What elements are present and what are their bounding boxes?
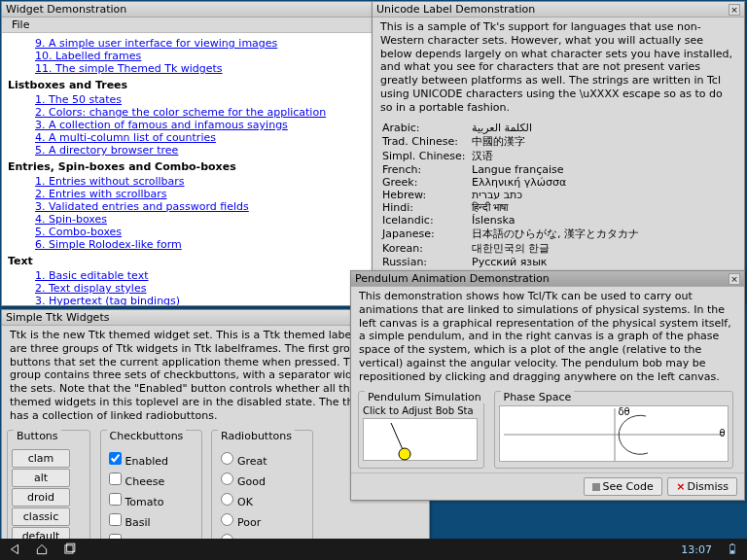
- demo-link[interactable]: 9. A simple user interface for viewing i…: [35, 37, 377, 50]
- demo-link[interactable]: 4. Spin-boxes: [35, 213, 377, 226]
- recent-icon[interactable]: [62, 542, 76, 556]
- svg-rect-8: [730, 550, 734, 553]
- demo-link[interactable]: 2. Text display styles: [35, 282, 377, 295]
- phase-canvas[interactable]: δθ θ: [499, 405, 729, 462]
- phase-group-label: Phase Space: [501, 391, 575, 403]
- lang-label: French:: [382, 163, 472, 176]
- demo-link[interactable]: 4. A multi-column list of countries: [35, 131, 377, 144]
- radio-great[interactable]: Great: [216, 448, 308, 469]
- lang-value: हिन्दी भाषा: [472, 201, 509, 214]
- radio-poor[interactable]: Poor: [216, 509, 308, 530]
- code-icon: [592, 483, 600, 491]
- close-icon[interactable]: ×: [729, 4, 740, 16]
- svg-rect-7: [731, 543, 733, 544]
- unicode-titlebar[interactable]: Unicode Label Demonstration ×: [373, 2, 744, 18]
- widget-demo-titlebar[interactable]: Widget Demonstration: [2, 2, 383, 18]
- lang-value: 日本語のひらがな, 漢字とカタカナ: [472, 227, 639, 241]
- pendulum-window: Pendulum Animation Demonstration × This …: [350, 270, 745, 501]
- lang-label: Simpl. Chinese:: [382, 150, 472, 162]
- close-icon: ×: [676, 480, 685, 493]
- ttk-title: Simple Ttk Widgets: [6, 311, 109, 324]
- lang-value: 中國的漢字: [472, 134, 525, 149]
- checks-group-label: Checkbuttons: [107, 430, 187, 442]
- theme-button-classic[interactable]: classic: [12, 508, 70, 526]
- unicode-title: Unicode Label Demonstration: [376, 3, 535, 16]
- lang-label: Hebrew:: [382, 189, 472, 201]
- radio-good[interactable]: Good: [216, 469, 308, 489]
- lang-label: Russian:: [382, 256, 472, 268]
- demo-link[interactable]: 1. Entries without scrollbars: [35, 175, 377, 188]
- demo-link[interactable]: 3. Hypertext (tag bindings): [35, 295, 377, 305]
- file-menu[interactable]: File: [6, 18, 35, 32]
- demo-link[interactable]: 2. Colors: change the color scheme for t…: [35, 106, 377, 119]
- demo-link[interactable]: 6. Simple Rolodex-like form: [35, 238, 377, 251]
- radio-ok[interactable]: OK: [216, 489, 308, 509]
- android-statusbar: 13:07: [0, 539, 747, 560]
- section-heading: Listboxes and Trees: [8, 79, 377, 91]
- pendulum-canvas[interactable]: [363, 418, 478, 461]
- dismiss-button[interactable]: ×Dismiss: [667, 477, 737, 496]
- lang-value: Langue française: [472, 163, 564, 176]
- theme-button-alt[interactable]: alt: [12, 469, 70, 487]
- back-icon[interactable]: [8, 542, 21, 556]
- simulation-hint: Click to Adjust Bob Sta: [363, 405, 480, 418]
- unicode-window: Unicode Label Demonstration × This is a …: [372, 1, 745, 302]
- svg-rect-5: [67, 543, 75, 551]
- close-icon[interactable]: ×: [729, 273, 740, 285]
- demo-link[interactable]: 10. Labelled frames: [35, 50, 377, 62]
- check-tomato[interactable]: Tomato: [105, 489, 197, 509]
- lang-value: 汉语: [472, 149, 493, 163]
- battery-icon: [726, 542, 739, 556]
- lang-value: כתב עברית: [472, 189, 522, 201]
- lang-label: Hindi:: [382, 201, 472, 214]
- widget-demo-title: Widget Demonstration: [6, 3, 126, 16]
- unicode-description: This is a sample of Tk's support for lan…: [373, 18, 744, 120]
- check-enabled[interactable]: Enabled: [105, 448, 197, 469]
- demo-link[interactable]: 1. The 50 states: [35, 93, 377, 106]
- demo-link[interactable]: 5. Combo-boxes: [35, 226, 377, 238]
- demo-link[interactable]: 11. The simple Themed Tk widgets: [35, 62, 377, 75]
- lang-value: Íslenska: [472, 214, 515, 227]
- demo-link[interactable]: 3. A collection of famous and infamous s…: [35, 119, 377, 131]
- check-cheese[interactable]: Cheese: [105, 469, 197, 489]
- lang-label: Greek:: [382, 176, 472, 189]
- lang-value: Русский язык: [472, 256, 547, 268]
- theme-button-droid[interactable]: droid: [12, 488, 70, 507]
- lang-label: Japanese:: [382, 228, 472, 240]
- see-code-button[interactable]: See Code: [584, 477, 662, 496]
- lang-value: الكلمة العربية: [472, 122, 532, 134]
- demo-link[interactable]: 5. A directory browser tree: [35, 144, 377, 157]
- demo-link[interactable]: 1. Basic editable text: [35, 269, 377, 282]
- demo-link[interactable]: 2. Entries with scrollbars: [35, 188, 377, 200]
- simulation-group-label: Pendulum Simulation: [365, 391, 484, 403]
- lang-label: Trad. Chinese:: [382, 135, 472, 148]
- widget-demo-window: Widget Demonstration File 9. A simple us…: [1, 1, 384, 306]
- lang-label: Korean:: [382, 242, 472, 255]
- check-basil[interactable]: Basil: [105, 509, 197, 530]
- lang-value: 대한민국의 한글: [472, 241, 551, 256]
- lang-value: Ελληνική γλώσσα: [472, 176, 566, 189]
- section-heading: Text: [8, 255, 377, 267]
- radios-group-label: Radiobuttons: [218, 430, 295, 442]
- lang-label: Arabic:: [382, 122, 472, 134]
- dtheta-label: δθ: [619, 406, 630, 417]
- home-icon[interactable]: [35, 542, 49, 556]
- theta-label: θ: [719, 428, 725, 438]
- theme-button-clam[interactable]: clam: [12, 449, 70, 468]
- pendulum-description: This demonstration shows how Tcl/Tk can …: [351, 287, 744, 389]
- svg-rect-4: [65, 545, 73, 553]
- buttons-group-label: Buttons: [14, 430, 61, 442]
- svg-point-1: [399, 448, 410, 460]
- clock: 13:07: [681, 543, 712, 556]
- pendulum-titlebar[interactable]: Pendulum Animation Demonstration ×: [351, 271, 744, 287]
- section-heading: Entries, Spin-boxes and Combo-boxes: [8, 160, 377, 173]
- pendulum-title: Pendulum Animation Demonstration: [355, 272, 550, 285]
- lang-label: Icelandic:: [382, 214, 472, 227]
- demo-link[interactable]: 3. Validated entries and password fields: [35, 200, 377, 213]
